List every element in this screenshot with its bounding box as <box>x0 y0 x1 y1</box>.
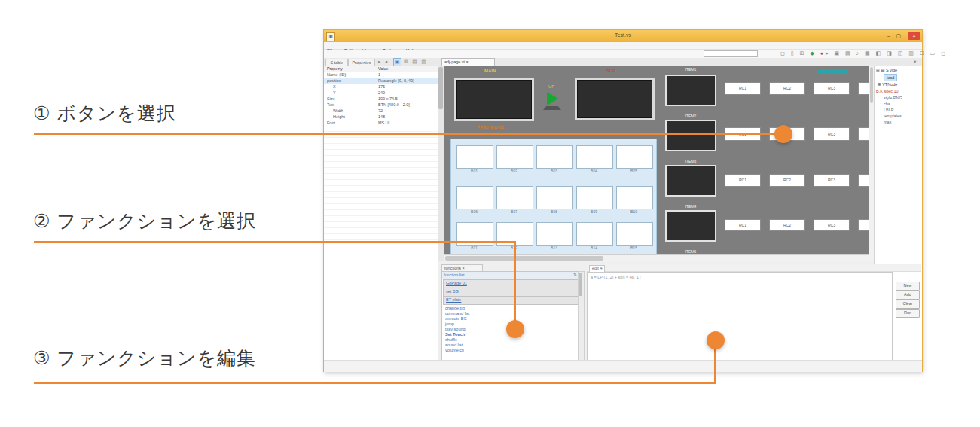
teal-status-bar <box>818 69 847 74</box>
canvas-horizontal-scrollbar[interactable] <box>444 254 869 262</box>
tree-alert-item[interactable]: B.K spec 10 <box>876 88 899 94</box>
grid-button-label: B15 <box>616 246 652 250</box>
grid-button[interactable] <box>576 186 613 209</box>
maximize-button[interactable]: ▢ <box>896 32 901 40</box>
shape-icons[interactable]: ◻ ▯ ⊞ <box>780 50 806 56</box>
grid-button[interactable] <box>496 145 533 169</box>
item-monitor[interactable] <box>665 75 716 106</box>
rc-button[interactable]: RC2 <box>769 219 805 231</box>
rc-button[interactable]: RC1 <box>725 174 761 187</box>
grid-button[interactable] <box>536 186 573 209</box>
tree-child-item[interactable]: cha <box>884 101 890 107</box>
rc-button[interactable]: RC2 <box>769 174 805 187</box>
step-1-label: ① ボタンを選択 <box>33 101 176 126</box>
up-label: UP <box>548 84 554 89</box>
function-item[interactable]: sound list <box>445 343 463 348</box>
preview-label: PREVIEW-01 <box>477 125 504 130</box>
document-tab-close-icon[interactable]: × <box>466 59 468 64</box>
function-edit-area[interactable]: a = LP (1, 2) + kbn = 48, 1 ; <box>587 272 893 361</box>
prop-value: BTN [480.0 - 2.0] <box>378 102 435 108</box>
grid-button[interactable] <box>536 222 573 246</box>
minimize-button[interactable]: – <box>887 32 890 40</box>
rc-button[interactable]: RC3 <box>814 82 850 95</box>
edit-add-button[interactable]: Add <box>896 291 920 300</box>
search-input[interactable] <box>704 50 758 57</box>
property-grid-scrollbar[interactable] <box>438 66 444 261</box>
function-list-title: function list <box>444 272 465 279</box>
function-item[interactable]: command list <box>445 311 469 316</box>
play-icon[interactable]: ◆ <box>810 50 816 56</box>
function-group[interactable]: BT plate <box>443 296 579 305</box>
record-icon[interactable]: ● <box>820 50 826 56</box>
rc-button-partial[interactable] <box>858 127 869 141</box>
tree-child-item[interactable]: style.PNG <box>884 95 902 101</box>
grid-button[interactable] <box>616 186 653 209</box>
grid-button[interactable] <box>456 145 493 169</box>
function-panel-tab-close-icon[interactable]: × <box>463 266 465 270</box>
expander-icon[interactable]: ⊞ <box>878 82 881 87</box>
scrollbar-thumb[interactable] <box>438 67 443 109</box>
edit-clear-button[interactable]: Clear <box>896 300 920 309</box>
grid-button[interactable] <box>576 222 613 246</box>
rc-button[interactable]: RC1 <box>725 82 761 95</box>
rc-button-partial[interactable] <box>858 82 869 95</box>
edit-new-button[interactable]: New <box>896 282 920 291</box>
prop-value: 240 <box>378 90 435 96</box>
item-monitor[interactable] <box>665 210 716 242</box>
grid-button[interactable] <box>456 186 493 209</box>
function-item[interactable]: Set Touch <box>445 332 465 337</box>
tree-child-item[interactable]: max <box>884 119 891 125</box>
toolbar-icon-group-right[interactable]: ▸ ▣ ▤ ♪ ▦ ◧ ◨ ◫ ▥ ⊟ ▭ ◻ <box>826 50 948 56</box>
prop-key: Height <box>333 114 377 120</box>
sub-monitor[interactable] <box>575 78 655 120</box>
grid-button[interactable] <box>616 222 653 246</box>
grid-button[interactable] <box>616 145 653 169</box>
expander-icon[interactable]: ⊞ <box>876 68 880 72</box>
function-item[interactable]: execute BG <box>445 316 467 322</box>
sub-monitor-label: SUB <box>606 69 616 73</box>
function-list-scrollbar[interactable] <box>578 271 585 361</box>
scrollbar-thumb[interactable] <box>445 256 603 261</box>
rc-button-partial[interactable] <box>858 174 869 187</box>
edit-run-button[interactable]: Run <box>896 309 920 318</box>
item-monitor-label: ITEM4 <box>665 204 716 209</box>
scrollbar-thumb[interactable] <box>579 273 582 296</box>
function-item[interactable]: change pg <box>445 306 465 311</box>
design-canvas[interactable]: MAIN UP SUB PREVIEW-01 B01 B02 B03 B04 B… <box>444 66 869 254</box>
function-item[interactable]: jump <box>445 322 454 327</box>
scrollbar-thumb[interactable] <box>870 67 873 103</box>
grid-button-label: B09 <box>576 210 612 214</box>
close-button[interactable]: × <box>908 32 920 40</box>
callout-dot-3 <box>707 331 725 349</box>
rc-button[interactable]: RC3 <box>814 174 850 187</box>
tree-root-item[interactable]: ⊞ ▤ S vide <box>876 67 897 73</box>
toolbar-icon-group-left[interactable]: ◻ ▯ ⊞ ◆ ● <box>780 50 826 56</box>
grid-button[interactable] <box>496 186 533 209</box>
tab-overflow-caret-icon[interactable]: ▾ <box>914 59 917 65</box>
rc-button[interactable]: RC2 <box>769 82 805 95</box>
document-tab-label: adj-page.vi <box>444 59 465 64</box>
play-triangle-icon[interactable] <box>547 92 558 105</box>
rc-button[interactable]: RC1 <box>725 219 761 231</box>
main-monitor[interactable] <box>454 78 534 121</box>
prop-key: Font <box>327 120 377 126</box>
tree-node-item[interactable]: ⊞ VTNode <box>878 81 897 87</box>
function-item[interactable]: volume ctl <box>445 348 464 353</box>
grid-button[interactable] <box>576 145 613 169</box>
item-monitor[interactable] <box>665 165 716 197</box>
button-grid-panel[interactable]: B01 B02 B03 B04 B05 B06 B07 B08 B09 B10 <box>450 139 657 254</box>
tree-child-item[interactable]: templates <box>884 113 902 119</box>
grid-button[interactable] <box>536 145 573 169</box>
tree-child-item[interactable]: LBLP <box>884 107 893 113</box>
grid-button-label: B02 <box>496 169 532 173</box>
sort-icon[interactable]: ⇅ <box>573 272 577 279</box>
rc-button-partial[interactable] <box>858 219 869 231</box>
tree-item-selected[interactable]: load <box>884 74 897 81</box>
function-item[interactable]: play sound <box>445 327 466 332</box>
item-monitor[interactable] <box>665 120 716 151</box>
function-item[interactable]: shuffle <box>445 337 457 343</box>
tab-tool-icons-b[interactable]: ⊞ ▤ ▥ <box>404 59 427 65</box>
rc-button[interactable]: RC3 <box>814 219 850 231</box>
tab-tool-icons-a[interactable]: ▸ ◂ <box>378 59 389 65</box>
rc-button[interactable]: RC3 <box>814 127 850 141</box>
